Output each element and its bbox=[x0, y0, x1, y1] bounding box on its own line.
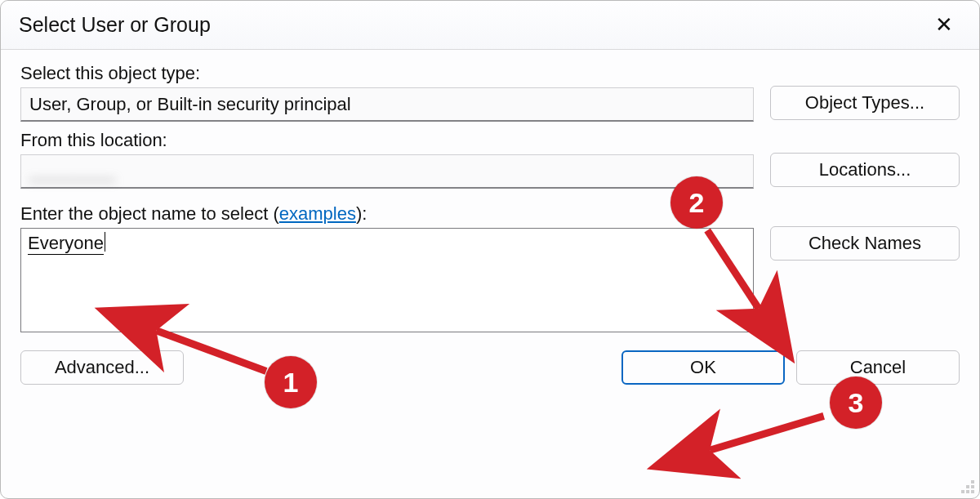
object-type-field: User, Group, or Built-in security princi… bbox=[20, 87, 754, 122]
enter-name-row: Enter the object name to select (example… bbox=[20, 203, 960, 332]
locations-button-label: Locations... bbox=[819, 159, 911, 180]
examples-link[interactable]: examples bbox=[279, 203, 356, 224]
titlebar: Select User or Group ✕ bbox=[1, 1, 979, 50]
dialog-buttons-row: Advanced... OK Cancel bbox=[20, 350, 960, 385]
check-names-button-label: Check Names bbox=[808, 233, 921, 254]
cancel-button-label: Cancel bbox=[850, 357, 906, 378]
object-name-input[interactable]: Everyone bbox=[20, 228, 754, 332]
locations-button[interactable]: Locations... bbox=[770, 153, 960, 187]
check-names-button[interactable]: Check Names bbox=[770, 226, 960, 261]
advanced-button[interactable]: Advanced... bbox=[20, 350, 184, 385]
location-field: ________ bbox=[20, 154, 754, 189]
object-type-label: Select this object type: bbox=[20, 63, 754, 84]
from-location-label: From this location: bbox=[20, 130, 754, 151]
object-types-button-label: Object Types... bbox=[805, 92, 924, 114]
object-type-row: Select this object type: User, Group, or… bbox=[20, 63, 960, 122]
dialog-content: Select this object type: User, Group, or… bbox=[1, 50, 979, 399]
location-row: From this location: ________ Locations..… bbox=[20, 130, 960, 189]
location-value: ________ bbox=[29, 161, 116, 182]
svg-line-2 bbox=[710, 416, 824, 450]
object-type-value: User, Group, or Built-in security princi… bbox=[29, 94, 351, 115]
ok-button[interactable]: OK bbox=[621, 350, 785, 385]
close-button[interactable]: ✕ bbox=[925, 7, 963, 44]
text-caret bbox=[105, 232, 105, 252]
dialog-title: Select User or Group bbox=[19, 13, 925, 37]
resize-grip-icon[interactable] bbox=[958, 477, 976, 495]
object-types-button[interactable]: Object Types... bbox=[770, 86, 960, 120]
advanced-button-label: Advanced... bbox=[55, 357, 149, 378]
close-icon: ✕ bbox=[935, 12, 953, 38]
object-name-entered: Everyone bbox=[28, 233, 104, 255]
ok-button-label: OK bbox=[690, 357, 716, 378]
enter-name-label: Enter the object name to select (example… bbox=[20, 203, 754, 225]
cancel-button[interactable]: Cancel bbox=[796, 350, 960, 385]
select-user-or-group-dialog: Select User or Group ✕ Select this objec… bbox=[0, 0, 980, 499]
